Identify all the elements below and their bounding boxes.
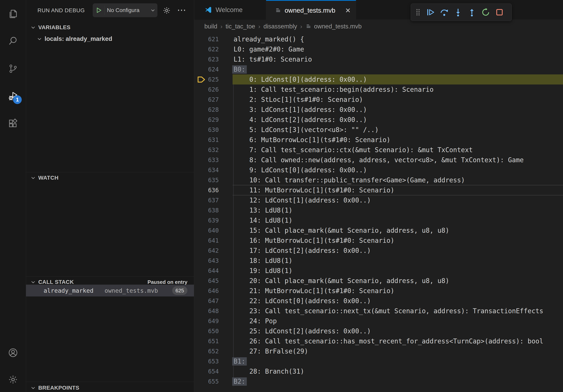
breadcrumb-item[interactable]: build bbox=[204, 23, 218, 30]
code-line-text[interactable]: 12: LdConst[1](address: 0x00..) bbox=[232, 195, 563, 205]
code-line-634[interactable]: 6349: LdConst[0](address: 0x00..) bbox=[194, 165, 563, 175]
tab-welcome[interactable]: Welcome bbox=[194, 0, 266, 20]
line-number-gutter[interactable]: 648 bbox=[194, 306, 232, 316]
code-line-649[interactable]: 64924: Pop bbox=[194, 316, 563, 326]
code-line-650[interactable]: 65025: LdConst[2](address: 0x00..) bbox=[194, 326, 563, 336]
code-line-645[interactable]: 64520: Call place_mark(&mut Scenario, ad… bbox=[194, 276, 563, 286]
code-line-text[interactable]: 24: Pop bbox=[232, 316, 563, 326]
code-line-text[interactable]: B0: bbox=[232, 64, 563, 74]
code-line-text[interactable]: 2: StLoc[1](ts#1#0: Scenario) bbox=[232, 94, 563, 105]
code-line-text[interactable]: 18: LdU8(1) bbox=[232, 256, 563, 266]
line-number-gutter[interactable]: 639 bbox=[194, 215, 232, 225]
line-number-gutter[interactable]: 631 bbox=[194, 135, 232, 145]
breakpoints-section-header[interactable]: BREAKPOINTS bbox=[26, 382, 194, 392]
settings-gear-icon[interactable] bbox=[0, 370, 26, 390]
line-number-gutter[interactable]: 636 bbox=[194, 185, 232, 195]
code-line-text[interactable]: 25: LdConst[2](address: 0x00..) bbox=[232, 326, 563, 336]
code-line-653[interactable]: 653B1: bbox=[194, 356, 563, 366]
code-line-626[interactable]: 6261: Call test_scenario::begin(address)… bbox=[194, 84, 563, 94]
line-number-gutter[interactable]: 637 bbox=[194, 195, 232, 205]
line-number-gutter[interactable]: 652 bbox=[194, 346, 232, 356]
code-line-638[interactable]: 63813: LdU8(1) bbox=[194, 205, 563, 215]
step-out-button[interactable] bbox=[465, 5, 479, 19]
run-and-debug-icon[interactable]: 1 bbox=[0, 86, 26, 106]
line-number-gutter[interactable]: 638 bbox=[194, 205, 232, 215]
breadcrumb-item[interactable]: disassembly bbox=[263, 23, 297, 30]
line-number-gutter[interactable]: 629 bbox=[194, 115, 232, 125]
line-number-gutter[interactable]: 628 bbox=[194, 105, 232, 115]
line-number-gutter[interactable]: 640 bbox=[194, 225, 232, 235]
line-number-gutter[interactable]: 641 bbox=[194, 235, 232, 246]
line-number-gutter[interactable]: 643 bbox=[194, 256, 232, 266]
line-number-gutter[interactable]: 632 bbox=[194, 145, 232, 155]
call-stack-frame[interactable]: already_markedowned_tests.mvb625 bbox=[26, 285, 194, 297]
code-line-633[interactable]: 6338: Call owned::new(address, address, … bbox=[194, 155, 563, 165]
code-line-text[interactable]: 14: LdU8(1) bbox=[232, 215, 563, 225]
code-line-text[interactable]: 6: MutBorrowLoc[1](ts#1#0: Scenario) bbox=[232, 135, 563, 145]
restart-button[interactable] bbox=[479, 5, 493, 19]
variables-scope-locals[interactable]: locals: already_marked bbox=[26, 34, 194, 44]
line-number-gutter[interactable]: 645 bbox=[194, 276, 232, 286]
code-line-654[interactable]: 65428: Branch(31) bbox=[194, 366, 563, 376]
code-line-text[interactable]: 1: Call test_scenario::begin(address): S… bbox=[232, 84, 563, 94]
line-number-gutter[interactable]: 650 bbox=[194, 326, 232, 336]
code-line-632[interactable]: 6327: Call test_scenario::ctx(&mut Scena… bbox=[194, 145, 563, 155]
close-icon[interactable]: ✕ bbox=[345, 7, 351, 14]
code-line-text[interactable]: L0: game#2#0: Game bbox=[232, 44, 563, 54]
start-debug-button[interactable] bbox=[93, 6, 104, 15]
code-line-628[interactable]: 6283: LdConst[1](address: 0x00..) bbox=[194, 105, 563, 115]
step-into-button[interactable] bbox=[451, 5, 465, 19]
code-line-655[interactable]: 655B2: bbox=[194, 376, 563, 386]
code-line-text[interactable]: 27: BrFalse(29) bbox=[232, 346, 563, 356]
line-number-gutter[interactable]: 624 bbox=[194, 64, 232, 74]
more-actions-icon[interactable]: ⋯ bbox=[175, 0, 189, 20]
code-line-646[interactable]: 64621: MutBorrowLoc[1](ts#1#0: Scenario) bbox=[194, 286, 563, 296]
code-line-text[interactable]: 16: MutBorrowLoc[1](ts#1#0: Scenario) bbox=[232, 235, 563, 246]
line-number-gutter[interactable]: 630 bbox=[194, 125, 232, 135]
code-line-text[interactable]: 26: Call test_scenario::has_most_recent_… bbox=[232, 336, 563, 346]
code-line-text[interactable]: 11: MutBorrowLoc[1](ts#1#0: Scenario) bbox=[232, 185, 563, 195]
code-line-text[interactable]: 10: Call transfer::public_transfer<Game>… bbox=[232, 175, 563, 185]
line-number-gutter[interactable]: 634 bbox=[194, 165, 232, 175]
search-icon[interactable] bbox=[0, 31, 26, 51]
line-number-gutter[interactable]: 654 bbox=[194, 366, 232, 376]
line-number-gutter[interactable]: 644 bbox=[194, 266, 232, 276]
code-line-648[interactable]: 64823: Call test_scenario::next_tx(&mut … bbox=[194, 306, 563, 316]
code-line-629[interactable]: 6294: LdConst[2](address: 0x00..) bbox=[194, 115, 563, 125]
line-number-gutter[interactable]: 646 bbox=[194, 286, 232, 296]
code-line-622[interactable]: 622L0: game#2#0: Game bbox=[194, 44, 563, 54]
code-line-621[interactable]: 621already_marked() { bbox=[194, 34, 563, 44]
watch-section-header[interactable]: WATCH bbox=[26, 172, 194, 183]
code-line-636[interactable]: 63611: MutBorrowLoc[1](ts#1#0: Scenario) bbox=[194, 185, 563, 195]
code-line-text[interactable]: 15: Call place_mark(&mut Scenario, addre… bbox=[232, 225, 563, 235]
explorer-icon[interactable] bbox=[0, 4, 26, 24]
debug-settings-gear-icon[interactable] bbox=[161, 0, 173, 21]
code-line-631[interactable]: 6316: MutBorrowLoc[1](ts#1#0: Scenario) bbox=[194, 135, 563, 145]
code-line-text[interactable]: 22: LdConst[0](address: 0x00..) bbox=[232, 296, 563, 306]
account-icon[interactable] bbox=[0, 343, 26, 363]
code-line-639[interactable]: 63914: LdU8(1) bbox=[194, 215, 563, 225]
variables-section-header[interactable]: VARIABLES bbox=[26, 22, 194, 33]
code-line-text[interactable]: 8: Call owned::new(address, address, vec… bbox=[232, 155, 563, 165]
tab-owned-tests[interactable]: owned_tests.mvb ✕ bbox=[266, 0, 356, 20]
line-number-gutter[interactable]: 653 bbox=[194, 356, 232, 366]
line-number-gutter[interactable]: 621 bbox=[194, 34, 232, 44]
code-line-text[interactable]: 3: LdConst[1](address: 0x00..) bbox=[232, 105, 563, 115]
line-number-gutter[interactable]: 655 bbox=[194, 376, 232, 386]
line-number-gutter[interactable]: 627 bbox=[194, 94, 232, 105]
code-line-text[interactable]: 9: LdConst[0](address: 0x00..) bbox=[232, 165, 563, 175]
breadcrumb-item[interactable]: tic_tac_toe bbox=[226, 23, 255, 30]
debug-configuration-dropdown[interactable]: No Configura bbox=[93, 3, 157, 17]
line-number-gutter[interactable]: 635 bbox=[194, 175, 232, 185]
source-control-icon[interactable] bbox=[0, 59, 26, 78]
code-line-text[interactable]: B2: bbox=[232, 376, 563, 386]
code-line-text[interactable]: 4: LdConst[2](address: 0x00..) bbox=[232, 115, 563, 125]
toolbar-drag-handle[interactable] bbox=[412, 5, 423, 19]
code-line-623[interactable]: 623L1: ts#1#0: Scenario bbox=[194, 54, 563, 64]
code-line-635[interactable]: 63510: Call transfer::public_transfer<Ga… bbox=[194, 175, 563, 185]
code-line-text[interactable]: 17: LdConst[2](address: 0x00..) bbox=[232, 246, 563, 256]
code-line-text[interactable]: already_marked() { bbox=[232, 34, 563, 44]
code-line-text[interactable]: L1: ts#1#0: Scenario bbox=[232, 54, 563, 64]
code-line-644[interactable]: 64419: LdU8(1) bbox=[194, 266, 563, 276]
line-number-gutter[interactable]: 651 bbox=[194, 336, 232, 346]
